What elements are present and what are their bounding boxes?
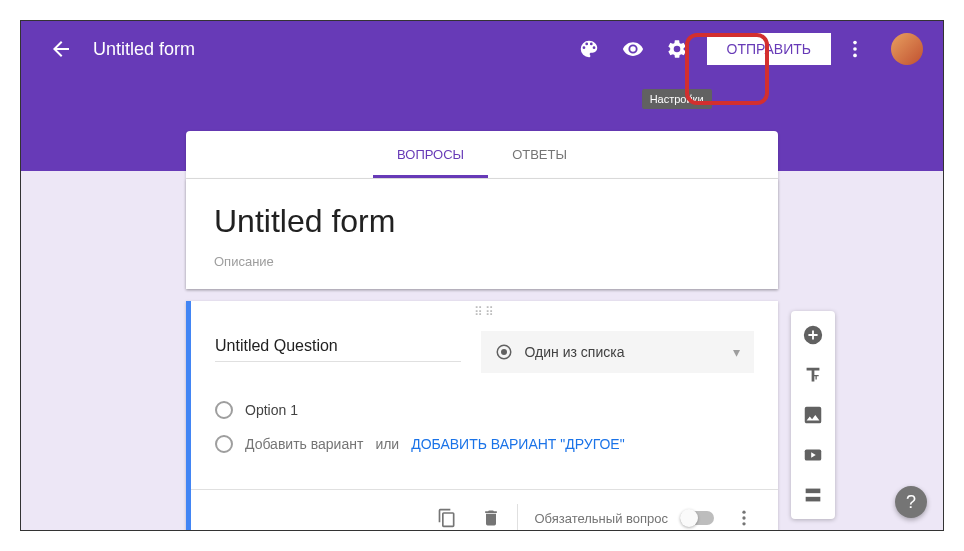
radio-circle-icon [215, 401, 233, 419]
back-button[interactable] [41, 29, 81, 69]
question-type-select[interactable]: Один из списка ▾ [481, 331, 755, 373]
trash-icon [481, 508, 501, 528]
more-vert-icon [734, 508, 754, 528]
add-video-button[interactable] [795, 437, 831, 473]
form-description-input[interactable]: Описание [214, 254, 750, 269]
delete-button[interactable] [473, 500, 509, 531]
eye-icon [622, 38, 644, 60]
type-label: Один из списка [525, 344, 625, 360]
tabs: ВОПРОСЫ ОТВЕТЫ [186, 131, 778, 179]
more-menu-button[interactable] [835, 29, 875, 69]
help-icon: ? [906, 492, 916, 513]
form-title-input[interactable]: Untitled form [214, 203, 750, 240]
form-title-header[interactable]: Untitled form [93, 39, 195, 60]
add-title-button[interactable] [795, 357, 831, 393]
radio-circle-icon [215, 435, 233, 453]
image-icon [802, 404, 824, 426]
question-title-input[interactable] [215, 331, 461, 362]
section-icon [802, 484, 824, 506]
preview-button[interactable] [613, 29, 653, 69]
help-button[interactable]: ? [895, 486, 927, 518]
svg-rect-10 [806, 497, 821, 502]
add-option-row: Добавить вариант или ДОБАВИТЬ ВАРИАНТ "Д… [215, 427, 754, 461]
more-vert-icon [844, 38, 866, 60]
question-card[interactable]: ⠿⠿ Один из списка ▾ Option 1 [186, 301, 778, 531]
svg-point-4 [501, 349, 507, 355]
option-row[interactable]: Option 1 [215, 393, 754, 427]
svg-point-5 [742, 511, 745, 514]
add-option-link[interactable]: Добавить вариант [245, 436, 363, 452]
video-icon [802, 444, 824, 466]
radio-icon [495, 343, 513, 361]
required-label: Обязательный вопрос [534, 511, 668, 526]
settings-tooltip: Настройки [642, 89, 712, 109]
form-header-card[interactable]: Untitled form Описание [186, 179, 778, 289]
tab-responses[interactable]: ОТВЕТЫ [488, 131, 591, 178]
add-section-button[interactable] [795, 477, 831, 513]
text-icon [802, 364, 824, 386]
duplicate-button[interactable] [429, 500, 465, 531]
plus-circle-icon [802, 324, 824, 346]
svg-point-1 [853, 47, 857, 51]
required-toggle[interactable] [680, 511, 714, 525]
drag-handle[interactable]: ⠿⠿ [191, 301, 778, 323]
add-image-button[interactable] [795, 397, 831, 433]
svg-rect-9 [806, 489, 821, 494]
add-question-button[interactable] [795, 317, 831, 353]
svg-point-0 [853, 41, 857, 45]
svg-point-2 [853, 54, 857, 58]
svg-point-7 [742, 522, 745, 525]
tab-questions[interactable]: ВОПРОСЫ [373, 131, 488, 178]
gear-icon [666, 38, 688, 60]
side-toolbar [791, 311, 835, 519]
or-text: или [375, 436, 399, 452]
question-more-button[interactable] [726, 500, 762, 531]
svg-point-6 [742, 516, 745, 519]
user-avatar[interactable] [891, 33, 923, 65]
option-text[interactable]: Option 1 [245, 402, 298, 418]
send-button[interactable]: ОТПРАВИТЬ [707, 33, 831, 65]
copy-icon [437, 508, 457, 528]
arrow-back-icon [49, 37, 73, 61]
add-other-link[interactable]: ДОБАВИТЬ ВАРИАНТ "ДРУГОЕ" [411, 436, 625, 452]
settings-button[interactable]: Настройки [657, 29, 697, 69]
customize-theme-button[interactable] [569, 29, 609, 69]
chevron-down-icon: ▾ [733, 344, 740, 360]
palette-icon [578, 38, 600, 60]
